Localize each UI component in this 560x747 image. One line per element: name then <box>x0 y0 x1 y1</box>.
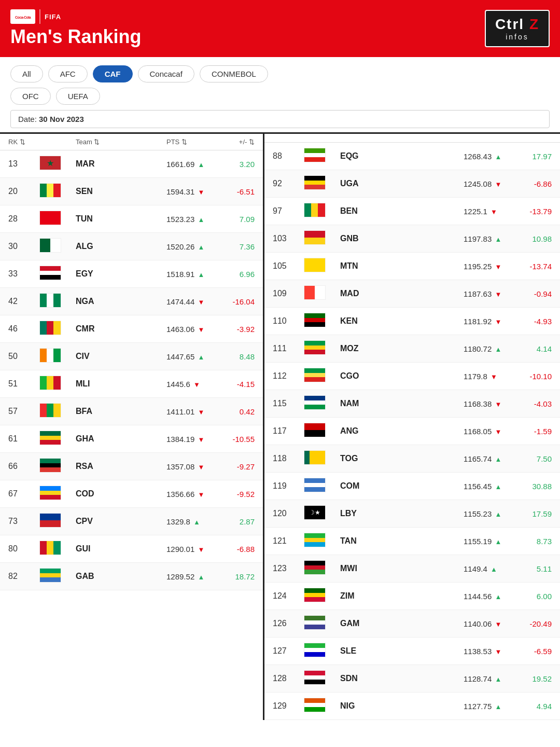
cell-rank: 61 <box>8 434 39 444</box>
trend-arrow: ▼ <box>198 298 204 306</box>
cell-pm: -4.03 <box>515 399 552 408</box>
filter-afc[interactable]: AFC <box>48 65 88 82</box>
cell-flag <box>39 403 76 420</box>
trend-arrow: ▼ <box>495 318 501 326</box>
table-row: 51 MLI 1445.6 ▼ -4.15 <box>0 370 263 398</box>
cell-pts: 1445.6 ▼ <box>166 380 218 389</box>
flag-gnb <box>304 230 326 245</box>
flag-cpv <box>39 513 61 528</box>
table-row: 103 GNB 1197.83 ▲ 10.98 <box>264 225 560 253</box>
cell-team: RSA <box>76 462 166 471</box>
cell-team: TOG <box>340 454 464 463</box>
trend-arrow: ▼ <box>198 188 204 196</box>
cell-pts: 1187.63 ▼ <box>464 289 515 298</box>
cell-pts: 1411.01 ▼ <box>166 407 218 416</box>
cell-rank: 123 <box>273 564 304 573</box>
filter-concacaf[interactable]: Concacaf <box>138 65 194 82</box>
flag-civ <box>39 348 61 363</box>
trend-arrow: ▼ <box>495 620 501 628</box>
cell-flag <box>304 340 340 357</box>
cell-rank: 109 <box>273 289 304 298</box>
cell-flag <box>304 368 340 384</box>
cell-pm: 7.36 <box>218 242 255 251</box>
filter-uefa[interactable]: UEFA <box>56 88 100 105</box>
cell-pts: 1523.23 ▲ <box>166 215 218 224</box>
trend-arrow: ▲ <box>495 455 501 463</box>
cell-rank: 92 <box>273 179 304 188</box>
flag-nga <box>39 293 61 308</box>
cell-team: GUI <box>76 544 166 554</box>
cell-rank: 105 <box>273 261 304 271</box>
cell-rank: 46 <box>8 324 39 334</box>
cell-rank: 28 <box>8 214 39 224</box>
header-logo: Coca-Cola FIFA <box>10 9 142 24</box>
table-row: 119 COM 1156.45 ▲ 30.88 <box>264 473 560 500</box>
cell-pm: 17.59 <box>515 509 552 518</box>
table-header-right <box>264 134 560 143</box>
filter-conmebol[interactable]: CONMEBOL <box>200 65 268 82</box>
filter-ofc[interactable]: OFC <box>10 88 51 105</box>
cell-pm: -16.04 <box>218 297 255 306</box>
cell-rank: 66 <box>8 462 39 471</box>
flag-cod <box>39 486 61 500</box>
trend-arrow: ▲ <box>491 565 497 573</box>
trend-arrow: ▲ <box>198 271 204 279</box>
cell-team: MLI <box>76 379 166 389</box>
filter-all[interactable]: All <box>10 65 43 82</box>
table-row: 97 BEN 1225.1 ▼ -13.79 <box>264 198 560 225</box>
trend-arrow: ▲ <box>193 518 200 526</box>
cell-flag <box>304 175 340 192</box>
cell-team: NGA <box>76 297 166 306</box>
cell-pm: -6.59 <box>515 647 552 656</box>
table-row: 127 SLE 1138.53 ▼ -6.59 <box>264 638 560 665</box>
th-pts: PTS ⇅ <box>166 138 218 146</box>
cell-rank: 118 <box>273 454 304 463</box>
trend-arrow: ▲ <box>495 236 501 243</box>
cell-pts: 1268.43 ▲ <box>464 152 515 161</box>
cell-team: EQG <box>340 151 464 161</box>
cell-rank: 67 <box>8 489 39 499</box>
date-bar: Date: 30 Nov 2023 <box>10 110 550 128</box>
trend-arrow: ▲ <box>495 345 501 353</box>
flag-cgo <box>304 368 326 382</box>
cell-team: GAB <box>76 572 166 581</box>
trend-arrow: ▼ <box>495 428 501 436</box>
cell-pts: 1463.06 ▼ <box>166 325 218 334</box>
cell-pts: 1520.26 ▲ <box>166 242 218 251</box>
table-row: 61 GHA 1384.19 ▼ -10.55 <box>0 425 263 453</box>
cell-pts: 1168.05 ▼ <box>464 427 515 436</box>
flag-sle <box>304 643 326 657</box>
cell-flag <box>39 513 76 530</box>
cell-pts: 1156.45 ▲ <box>464 482 515 491</box>
flag-rsa <box>39 458 61 473</box>
cell-rank: 57 <box>8 407 39 416</box>
trend-arrow: ▼ <box>491 373 497 381</box>
cell-flag <box>39 266 76 282</box>
table-row: 124 ZIM 1144.56 ▲ 6.00 <box>264 583 560 610</box>
cell-pm: 0.42 <box>218 407 255 416</box>
cell-rank: 111 <box>273 344 304 353</box>
table-row: 33 EGY 1518.91 ▲ 6.96 <box>0 260 263 288</box>
trend-arrow: ▼ <box>198 463 204 471</box>
trend-arrow: ▲ <box>198 243 204 251</box>
table-row: 80 GUI 1290.01 ▼ -6.88 <box>0 535 263 563</box>
flag-mli <box>39 376 61 390</box>
table-row: 118 TOG 1165.74 ▲ 7.50 <box>264 445 560 473</box>
fifa-label: FIFA <box>45 13 61 21</box>
flag-eqg <box>304 148 326 162</box>
cell-rank: 103 <box>273 234 304 243</box>
right-panel: 88 EQG 1268.43 ▲ 17.97 92 UGA 1245.08 ▼ … <box>264 134 560 720</box>
flag-cmr <box>39 321 61 335</box>
cell-flag <box>304 423 340 439</box>
filter-caf[interactable]: CAF <box>93 65 133 82</box>
cell-team: TAN <box>340 536 464 546</box>
cell-pts: 1155.23 ▲ <box>464 509 515 518</box>
cell-team: KEN <box>340 316 464 326</box>
cell-pm: 8.73 <box>515 537 552 546</box>
table-row: 57 BFA 1411.01 ▼ 0.42 <box>0 398 263 425</box>
cell-pm: -9.27 <box>218 462 255 471</box>
flag-tun <box>39 211 61 225</box>
th-team: Team ⇅ <box>76 138 166 146</box>
cell-team: ANG <box>340 426 464 436</box>
cell-team: MTN <box>340 261 464 271</box>
